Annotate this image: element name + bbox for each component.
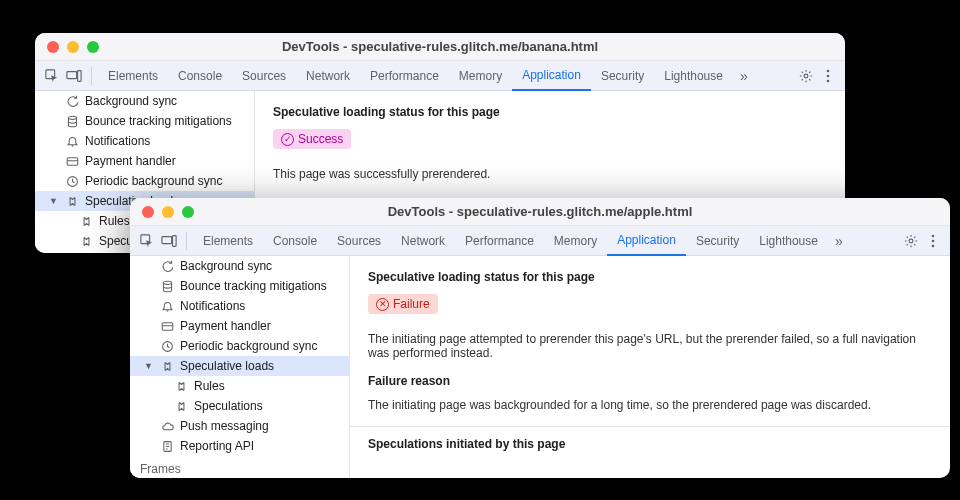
tab-console[interactable]: Console xyxy=(263,226,327,256)
svg-point-13 xyxy=(909,239,913,243)
speculative-loads-panel: Speculative loading status for this page… xyxy=(350,256,950,478)
sidebar-item-background-sync[interactable]: Background sync xyxy=(130,256,349,276)
sidebar-item-periodic-background-sync[interactable]: Periodic background sync xyxy=(35,171,254,191)
sidebar-item-label: Bounce tracking mitigations xyxy=(85,114,232,128)
status-badge: ✓ Success xyxy=(273,129,351,149)
gear-icon[interactable] xyxy=(900,230,922,252)
svg-point-6 xyxy=(827,79,830,82)
svg-rect-18 xyxy=(162,322,173,329)
x-circle-icon: ✕ xyxy=(376,298,389,311)
window-maximize-button[interactable] xyxy=(182,206,194,218)
tab-performance[interactable]: Performance xyxy=(455,226,544,256)
tab-sources[interactable]: Sources xyxy=(232,61,296,91)
sync-icon xyxy=(65,95,79,108)
tab-lighthouse[interactable]: Lighthouse xyxy=(749,226,828,256)
sidebar-item-payment-handler[interactable]: Payment handler xyxy=(35,151,254,171)
sidebar-item-label: Notifications xyxy=(180,299,245,313)
window-minimize-button[interactable] xyxy=(67,41,79,53)
tab-lighthouse[interactable]: Lighthouse xyxy=(654,61,733,91)
clock-icon xyxy=(160,340,174,353)
tab-sources[interactable]: Sources xyxy=(327,226,391,256)
devtools-tabbar: Elements Console Sources Network Perform… xyxy=(35,61,845,91)
svg-rect-12 xyxy=(173,235,177,246)
sidebar-item-label: Bounce tracking mitigations xyxy=(180,279,327,293)
tab-network[interactable]: Network xyxy=(391,226,455,256)
failure-reason-heading: Failure reason xyxy=(368,374,932,388)
tabbar-divider xyxy=(91,67,92,85)
svg-rect-8 xyxy=(67,157,78,164)
window-title: DevTools - speculative-rules.glitch.me/a… xyxy=(130,204,950,219)
svg-point-14 xyxy=(932,234,935,237)
status-message: This page was successfully prerendered. xyxy=(273,167,827,181)
tab-application[interactable]: Application xyxy=(607,226,686,256)
sidebar-item-label: Rules xyxy=(99,214,130,228)
sidebar-item-payment-handler[interactable]: Payment handler xyxy=(130,316,349,336)
tabbar-divider xyxy=(186,232,187,250)
sidebar-item-rules[interactable]: Rules xyxy=(130,376,349,396)
svg-rect-11 xyxy=(162,236,172,243)
svg-rect-2 xyxy=(78,70,82,81)
gear-icon[interactable] xyxy=(795,65,817,87)
tab-performance[interactable]: Performance xyxy=(360,61,449,91)
tab-memory[interactable]: Memory xyxy=(449,61,512,91)
more-tabs-icon[interactable]: » xyxy=(733,65,755,87)
status-badge-label: Failure xyxy=(393,297,430,311)
tab-memory[interactable]: Memory xyxy=(544,226,607,256)
inspect-icon[interactable] xyxy=(41,65,63,87)
traffic-lights xyxy=(142,206,194,218)
tab-network[interactable]: Network xyxy=(296,61,360,91)
sidebar-item-bounce-tracking-mitigations[interactable]: Bounce tracking mitigations xyxy=(130,276,349,296)
sidebar-item-speculative-loads[interactable]: ▼Speculative loads xyxy=(130,356,349,376)
traffic-lights xyxy=(47,41,99,53)
more-tabs-icon[interactable]: » xyxy=(828,230,850,252)
sidebar-section-frames: Frames xyxy=(130,456,349,478)
titlebar: DevTools - speculative-rules.glitch.me/b… xyxy=(35,33,845,61)
inspect-icon[interactable] xyxy=(136,230,158,252)
sidebar-item-label: Reporting API xyxy=(180,439,254,453)
tab-security[interactable]: Security xyxy=(686,226,749,256)
db-icon xyxy=(65,115,79,128)
sidebar-item-label: Periodic background sync xyxy=(180,339,317,353)
window-maximize-button[interactable] xyxy=(87,41,99,53)
tab-elements[interactable]: Elements xyxy=(193,226,263,256)
sidebar-item-label: Rules xyxy=(194,379,225,393)
sidebar-item-reporting-api[interactable]: Reporting API xyxy=(130,436,349,456)
sidebar-item-label: Background sync xyxy=(180,259,272,273)
svg-point-3 xyxy=(804,74,808,78)
sidebar-item-push-messaging[interactable]: Push messaging xyxy=(130,416,349,436)
svg-point-4 xyxy=(827,69,830,72)
svg-point-5 xyxy=(827,74,830,77)
speculative-icon xyxy=(174,400,188,413)
window-close-button[interactable] xyxy=(142,206,154,218)
sidebar-item-speculations[interactable]: Speculations xyxy=(130,396,349,416)
sidebar-item-bounce-tracking-mitigations[interactable]: Bounce tracking mitigations xyxy=(35,111,254,131)
kebab-menu-icon[interactable] xyxy=(922,230,944,252)
report-icon xyxy=(160,440,174,453)
window-title: DevTools - speculative-rules.glitch.me/b… xyxy=(35,39,845,54)
sidebar-item-label: Speculations xyxy=(194,399,263,413)
sidebar-item-background-sync[interactable]: Background sync xyxy=(35,91,254,111)
kebab-menu-icon[interactable] xyxy=(817,65,839,87)
device-toggle-icon[interactable] xyxy=(158,230,180,252)
speculative-icon xyxy=(174,380,188,393)
sidebar-item-notifications[interactable]: Notifications xyxy=(35,131,254,151)
titlebar: DevTools - speculative-rules.glitch.me/a… xyxy=(130,198,950,226)
window-minimize-button[interactable] xyxy=(162,206,174,218)
window-close-button[interactable] xyxy=(47,41,59,53)
sidebar-item-label: Periodic background sync xyxy=(85,174,222,188)
speculative-icon xyxy=(65,195,79,208)
tab-console[interactable]: Console xyxy=(168,61,232,91)
bell-icon xyxy=(160,300,174,313)
tab-application[interactable]: Application xyxy=(512,61,591,91)
device-toggle-icon[interactable] xyxy=(63,65,85,87)
tab-elements[interactable]: Elements xyxy=(98,61,168,91)
section-divider xyxy=(350,426,950,427)
sidebar-item-label: Notifications xyxy=(85,134,150,148)
sidebar-item-periodic-background-sync[interactable]: Periodic background sync xyxy=(130,336,349,356)
sync-icon xyxy=(160,260,174,273)
devtools-tabbar: Elements Console Sources Network Perform… xyxy=(130,226,950,256)
speculations-heading: Speculations initiated by this page xyxy=(368,437,932,451)
chevron-down-icon: ▼ xyxy=(49,196,59,206)
tab-security[interactable]: Security xyxy=(591,61,654,91)
sidebar-item-notifications[interactable]: Notifications xyxy=(130,296,349,316)
